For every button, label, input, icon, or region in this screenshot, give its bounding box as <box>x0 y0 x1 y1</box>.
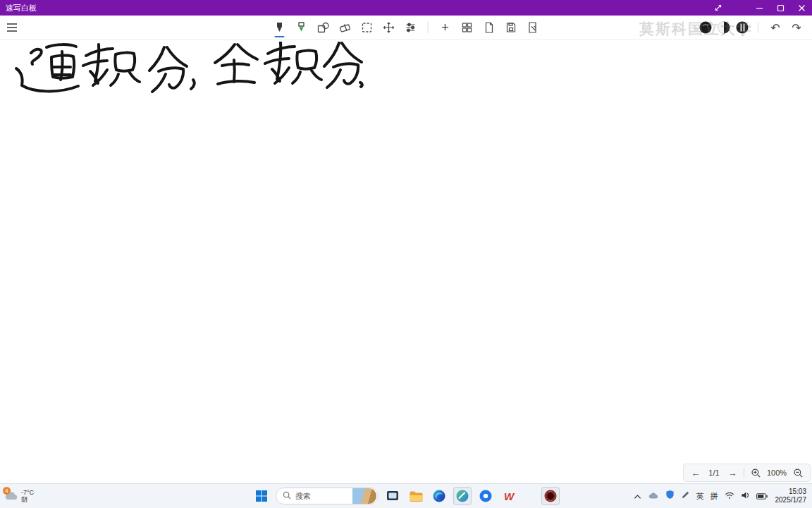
fullscreen-icon[interactable] <box>708 0 729 16</box>
weather-temp: -7°C <box>21 489 34 496</box>
tool-strip: + <box>271 18 542 37</box>
pan-tool-icon[interactable] <box>380 18 398 37</box>
wifi-icon[interactable] <box>725 490 734 502</box>
shapes-tool-icon[interactable] <box>314 18 333 37</box>
hidden-icons-chevron[interactable] <box>634 490 641 502</box>
system-tray: 英 拼 15:03 2025/1/27 <box>634 488 812 505</box>
previous-page-icon[interactable]: ← <box>687 465 705 480</box>
search-box[interactable]: 搜索 <box>276 488 379 504</box>
close-icon[interactable] <box>791 0 812 16</box>
start-button[interactable] <box>252 487 271 505</box>
search-placeholder: 搜索 <box>295 491 311 502</box>
highlighter-tool-icon[interactable] <box>293 18 311 37</box>
weather-alert-badge: 4 <box>3 487 11 495</box>
file-explorer-icon[interactable] <box>407 487 425 505</box>
wps-letter: W <box>504 490 514 502</box>
zoom-in-icon[interactable] <box>746 465 765 480</box>
ime-mode-indicator[interactable]: 拼 <box>710 491 718 502</box>
page-zoom-navigator: ← 1/1 → 100% <box>683 464 811 482</box>
theme-half-icon[interactable] <box>717 20 731 35</box>
date: 2025/1/27 <box>775 496 807 504</box>
toolbar-right-cluster: ↶ ↷ <box>699 20 812 35</box>
navigator-divider <box>744 468 744 478</box>
screen-recorder-icon[interactable] <box>541 487 560 505</box>
new-page-icon[interactable] <box>480 18 498 37</box>
pen-tool-icon[interactable] <box>271 18 289 37</box>
taskbar-clock[interactable]: 15:03 2025/1/27 <box>774 488 807 505</box>
volume-icon[interactable] <box>741 490 750 502</box>
window-controls <box>708 0 812 16</box>
handwriting-text: 通积分，全积分. <box>0 40 1 41</box>
hamburger-menu-icon[interactable] <box>0 16 24 40</box>
onedrive-cloud-icon[interactable] <box>648 490 659 502</box>
titlebar: 速写白板 <box>0 0 812 16</box>
ink-strokes <box>11 42 378 109</box>
search-highlight-image <box>352 488 376 504</box>
weather-text: -7°C 阴 <box>21 489 34 504</box>
weather-cloud-icon: 4 <box>4 490 18 502</box>
toolbar-divider <box>428 22 429 33</box>
export-note-icon[interactable] <box>524 18 542 37</box>
theme-dark-icon[interactable] <box>699 20 713 35</box>
template-gallery-icon[interactable] <box>458 18 476 37</box>
toolbar-divider <box>758 22 758 33</box>
undo-icon[interactable]: ↶ <box>767 21 784 35</box>
page-indicator: 1/1 <box>705 468 723 477</box>
ink-settings-icon[interactable] <box>402 18 420 37</box>
next-page-icon[interactable]: → <box>723 465 742 480</box>
security-shield-icon[interactable] <box>665 490 675 502</box>
whiteboard-app-window: 速写白板 <box>0 0 812 508</box>
whiteboard-canvas[interactable]: 通积分，全积分. <box>0 40 812 483</box>
taskbar-center: 搜索 W <box>252 487 560 505</box>
window-title: 速写白板 <box>0 3 37 13</box>
minimize-icon[interactable] <box>749 0 770 16</box>
select-tool-icon[interactable] <box>358 18 376 37</box>
theme-striped-icon[interactable] <box>735 20 749 35</box>
weather-widget[interactable]: 4 -7°C 阴 <box>0 489 34 504</box>
weather-condition: 阴 <box>21 496 27 503</box>
add-object-icon[interactable]: + <box>436 18 455 37</box>
toolbar: + 莫斯科国立大学 <box>0 16 812 40</box>
save-icon[interactable] <box>502 18 520 37</box>
redo-icon[interactable]: ↷ <box>788 21 805 35</box>
maximize-icon[interactable] <box>770 0 791 16</box>
time: 15:03 <box>789 488 806 495</box>
search-icon <box>283 491 291 501</box>
zoom-level: 100% <box>765 468 789 477</box>
edge-browser-icon[interactable] <box>430 487 448 505</box>
media-player-icon[interactable] <box>476 487 495 505</box>
zoom-out-icon[interactable] <box>789 465 807 480</box>
task-view-icon[interactable] <box>383 487 402 505</box>
whiteboard-app-icon[interactable] <box>453 487 472 505</box>
taskbar: 4 -7°C 阴 搜索 <box>0 483 812 508</box>
ime-language-indicator[interactable]: 英 <box>696 491 704 502</box>
wps-office-icon[interactable]: W <box>500 487 518 505</box>
pen-tray-icon[interactable] <box>681 490 690 502</box>
eraser-tool-icon[interactable] <box>336 18 355 37</box>
battery-icon[interactable] <box>756 490 768 502</box>
